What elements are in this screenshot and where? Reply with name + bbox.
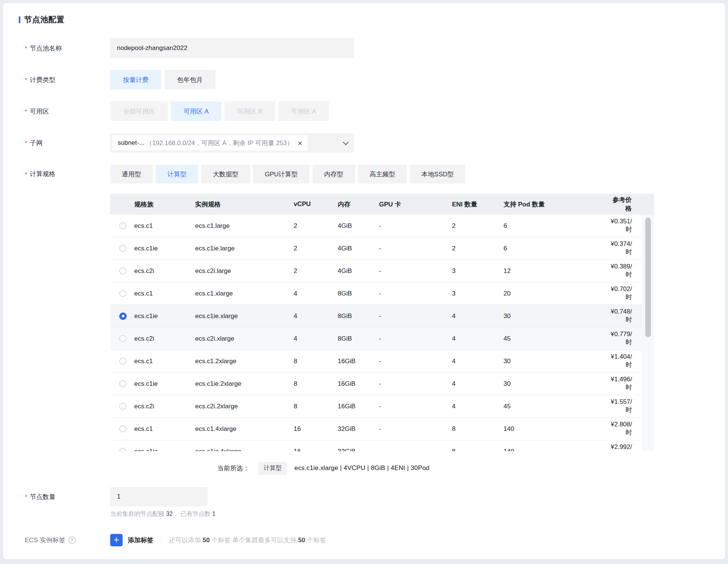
radio-button[interactable] (119, 425, 126, 432)
spec-table-row[interactable]: ecs.c1ieecs.c1ie.4xlarge1632GiB-8140¥2.9… (110, 440, 642, 451)
node-count-label: 节点数量 (30, 493, 55, 501)
subnet-selected-tag: subnet-... （192.168.0.0/24，可用区 A，剩余 IP 可… (112, 135, 308, 150)
subnet-tag-remove-icon[interactable]: × (298, 139, 302, 147)
node-pool-name-input[interactable]: nodepool-zhangsan2022 (110, 38, 354, 58)
field-label: * 节点池名称 (3, 44, 110, 53)
hint-number: 50 (203, 537, 210, 544)
cell-pod: 30 (504, 380, 611, 388)
section-title: 节点池配置 (24, 14, 65, 25)
cell-family: ecs.c1ie (134, 448, 195, 452)
cell-price: ¥1.404/时 (611, 353, 642, 369)
helper-text: ， 已有节点数 (173, 511, 212, 517)
cell-vcpu: 2 (294, 267, 338, 275)
field-ecs-tags: ECS 实例标签 ? + 添加标签 还可以添加 50 个标签 单个集群最多可以支… (3, 534, 725, 546)
radio-button[interactable] (119, 222, 126, 229)
cell-family: ecs.c1 (134, 290, 195, 297)
spec-type-tab[interactable]: GPU计算型 (253, 165, 309, 183)
spec-type-tab[interactable]: 大数据型 (201, 165, 250, 183)
cell-pod: 140 (504, 425, 611, 433)
compute-spec-label: 计算规格 (30, 170, 55, 178)
cell-spec: ecs.c1ie.4xlarge (195, 448, 294, 452)
spec-table-row[interactable]: ecs.c2iecs.c2i.large24GiB-312¥0.389/时 (110, 260, 642, 282)
cell-price: ¥0.702/时 (611, 285, 642, 302)
cell-mem: 8GiB (338, 335, 379, 343)
subnet-select[interactable]: subnet-... （192.168.0.0/24，可用区 A，剩余 IP 可… (110, 133, 354, 153)
spec-type-tab[interactable]: 本地SSD型 (410, 165, 466, 183)
field-compute-spec: * 计算规格 通用型计算型大数据型GPU计算型内存型高主频型本地SSD型 规格族… (3, 165, 725, 475)
spec-table-row[interactable]: ecs.c1ecs.c1.4xlarge1632GiB-8140¥2.808/时 (110, 418, 642, 440)
cell-price: ¥1.496/时 (611, 376, 642, 392)
cell-spec: ecs.c1.4xlarge (195, 425, 294, 433)
availability-zone-options: 全部可用区可用区 A可用区 B可用区 A (110, 102, 329, 121)
column-header: 支持 Pod 数量 (504, 200, 611, 209)
cell-family: ecs.c1 (134, 425, 195, 433)
field-label: * 子网 (3, 139, 110, 147)
required-asterisk: * (25, 77, 27, 84)
cell-family: ecs.c2i (134, 335, 195, 343)
add-tag-button[interactable]: 添加标签 (128, 536, 153, 544)
tag-quota-hint: 还可以添加 50 个标签 单个集群最多可以支持 50 个标签 (169, 536, 326, 544)
cell-mem: 16GiB (338, 358, 379, 365)
cell-mem: 8GiB (338, 290, 379, 297)
billing-type-label: 计费类型 (30, 76, 55, 84)
zone-option[interactable]: 可用区 A (171, 102, 221, 121)
cell-vcpu: 16 (294, 425, 338, 433)
field-billing-type: * 计费类型 按量计费包年包月 (3, 70, 725, 89)
cell-price: ¥2.808/时 (611, 421, 642, 437)
cell-mem: 4GiB (338, 245, 379, 252)
cell-mem: 4GiB (338, 267, 379, 275)
radio-button[interactable] (119, 312, 127, 320)
cell-spec: ecs.c1ie.large (195, 245, 294, 252)
help-circle-icon[interactable]: ? (68, 537, 76, 544)
spec-type-tab[interactable]: 通用型 (110, 165, 153, 183)
field-subnet: * 子网 subnet-... （192.168.0.0/24，可用区 A，剩余… (3, 133, 725, 153)
cell-gpu: - (379, 335, 452, 343)
zone-option: 可用区 A (278, 102, 329, 121)
cell-spec: ecs.c2i.xlarge (195, 335, 294, 343)
spec-type-tab[interactable]: 高主频型 (358, 165, 407, 183)
spec-table-row[interactable]: ecs.c1ecs.c1.xlarge48GiB-320¥0.702/时 (110, 282, 642, 305)
radio-button[interactable] (119, 380, 126, 387)
billing-option[interactable]: 包年包月 (164, 70, 215, 89)
spec-table-row[interactable]: ecs.c1ecs.c1.large24GiB-26¥0.351/时 (110, 215, 642, 237)
spec-type-tab[interactable]: 内存型 (312, 165, 355, 183)
cell-family: ecs.c1 (134, 358, 195, 365)
cell-eni: 3 (452, 267, 504, 275)
spec-table-row[interactable]: ecs.c1ecs.c1.2xlarge816GiB-430¥1.404/时 (110, 350, 642, 373)
cell-pod: 45 (504, 403, 611, 410)
radio-button[interactable] (119, 403, 126, 410)
required-asterisk: * (25, 494, 27, 501)
cell-price: ¥2.992/时 (611, 443, 642, 451)
compute-spec-tabs: 通用型计算型大数据型GPU计算型内存型高主频型本地SSD型 (110, 165, 654, 183)
billing-option[interactable]: 按量计费 (110, 70, 161, 89)
radio-button[interactable] (119, 335, 126, 342)
zone-option: 全部可用区 (110, 102, 168, 121)
cell-pod: 30 (504, 312, 611, 320)
radio-button[interactable] (119, 245, 126, 252)
node-count-input[interactable]: 1 (110, 487, 208, 506)
cell-mem: 32GiB (338, 425, 379, 433)
helper-text: 当前集群的节点配额 (110, 511, 166, 517)
column-header: 内存 (338, 200, 379, 209)
cell-radio (110, 380, 134, 387)
current-selection-detail: ecs.c1ie.xlarge | 4VCPU | 8GiB | 4ENI | … (294, 464, 429, 472)
radio-button[interactable] (119, 358, 126, 365)
cell-mem: 16GiB (338, 403, 379, 410)
compute-spec-content: 通用型计算型大数据型GPU计算型内存型高主频型本地SSD型 规格族实例规格vCP… (110, 165, 654, 475)
subnet-label: 子网 (30, 139, 42, 147)
field-label: * 节点数量 (3, 493, 110, 501)
spec-type-tab[interactable]: 计算型 (156, 165, 198, 183)
chevron-down-icon[interactable] (343, 139, 349, 145)
spec-table-row[interactable]: ecs.c1ieecs.c1ie.2xlarge816GiB-430¥1.496… (110, 373, 642, 395)
radio-button[interactable] (119, 267, 126, 274)
radio-button[interactable] (119, 448, 126, 451)
required-asterisk: * (25, 140, 27, 147)
spec-table-row[interactable]: ecs.c1ieecs.c1ie.xlarge48GiB-430¥0.748/时 (110, 305, 642, 327)
spec-table-row[interactable]: ecs.c2iecs.c2i.2xlarge816GiB-445¥1.557/时 (110, 395, 642, 418)
table-scrollbar-thumb[interactable] (645, 218, 651, 337)
spec-table-row[interactable]: ecs.c1ieecs.c1ie.large24GiB-26¥0.374/时 (110, 237, 642, 260)
cell-family: ecs.c2i (134, 267, 195, 275)
spec-table-row[interactable]: ecs.c2iecs.c2i.xlarge48GiB-445¥0.779/时 (110, 327, 642, 350)
add-tag-plus-button[interactable]: + (110, 534, 123, 546)
radio-button[interactable] (119, 290, 126, 297)
